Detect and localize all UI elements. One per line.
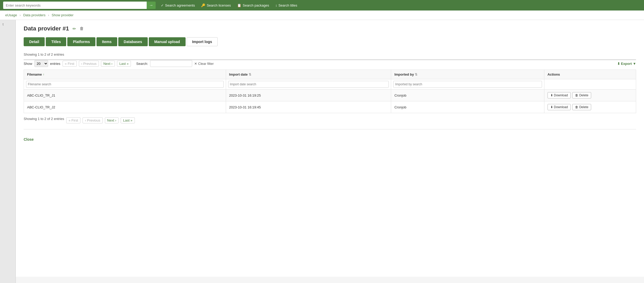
row1-delete-button[interactable]: 🗑 Delete <box>572 92 591 98</box>
bottom-prev-button[interactable]: ‹ Previous <box>83 117 103 123</box>
search-titles-link[interactable]: ↕ Search titles <box>275 3 297 7</box>
row2-action-btns: ⬇ Download 🗑 Delete <box>548 104 633 110</box>
edit-provider-button[interactable]: ✏ <box>71 26 77 32</box>
row2-import-date: 2023-10-31 16:19:45 <box>226 101 391 113</box>
import-date-search-cell <box>226 79 391 90</box>
tab-import-logs[interactable]: Import logs <box>187 37 218 46</box>
row2-download-button[interactable]: ⬇ Download <box>548 104 571 110</box>
imported-by-search-input[interactable] <box>393 81 542 88</box>
breadcrumb-sep-1: › <box>19 13 21 17</box>
actions-search-cell <box>544 79 636 90</box>
content-area: Data provider #1 ✏ 🗑 Detail Titles Platf… <box>16 20 644 283</box>
col-header-import-date[interactable]: Import date <box>226 70 391 79</box>
bottom-first-button[interactable]: « First <box>66 117 80 123</box>
row2-delete-button[interactable]: 🗑 Delete <box>572 104 591 110</box>
tab-navigation: Detail Titles Platforms Items Databases … <box>24 37 636 46</box>
col-header-actions: Actions <box>544 70 636 79</box>
prev-page-button[interactable]: ‹ Previous <box>79 61 99 67</box>
main-content: Data provider #1 ✏ 🗑 Detail Titles Platf… <box>16 20 644 277</box>
licenses-icon: 🔑 <box>201 3 205 7</box>
page-title-row: Data provider #1 ✏ 🗑 <box>24 25 636 32</box>
show-entries-select[interactable]: 10 20 50 100 <box>34 60 48 67</box>
import-logs-table: Filename Import date Imported by Actions <box>24 70 636 113</box>
row1-import-date: 2023-10-31 16:19:25 <box>226 90 391 101</box>
bottom-controls: Showing 1 to 2 of 2 entries « First ‹ Pr… <box>24 117 636 124</box>
search-agreements-link[interactable]: ✓ Search agreements <box>161 3 195 7</box>
global-search-input[interactable] <box>3 2 147 9</box>
tab-databases[interactable]: Databases <box>118 37 148 46</box>
agreements-icon: ✓ <box>161 3 164 7</box>
search-label: Search: <box>136 62 148 66</box>
global-search-button[interactable]: → <box>147 2 156 9</box>
showing-text-bottom: Showing 1 to 2 of 2 entries <box>24 117 64 121</box>
breadcrumb-data-providers[interactable]: Data providers <box>23 13 45 17</box>
title-icons: ✏ 🗑 <box>71 26 85 32</box>
entries-label: entries <box>50 62 60 66</box>
table-row: ABC-CLIO_TR_J1 2023-10-31 16:19:25 Cronj… <box>24 90 636 101</box>
top-bar: → ✓ Search agreements 🔑 Search licenses … <box>0 0 644 11</box>
breadcrumb-sep-2: › <box>48 13 49 17</box>
row1-download-button[interactable]: ⬇ Download <box>548 92 571 98</box>
row1-action-btns: ⬇ Download 🗑 Delete <box>548 92 633 98</box>
top-bar-links: ✓ Search agreements 🔑 Search licenses 📋 … <box>161 3 297 7</box>
sidebar: t <box>0 20 16 283</box>
row2-imported-by: Cronjob <box>391 101 544 113</box>
row2-actions: ⬇ Download 🗑 Delete <box>544 101 636 113</box>
tab-detail[interactable]: Detail <box>24 37 45 46</box>
divider-bottom <box>24 129 636 129</box>
row1-filename: ABC-CLIO_TR_J1 <box>24 90 226 101</box>
bottom-last-button[interactable]: Last » <box>121 117 135 123</box>
col-header-filename[interactable]: Filename <box>24 70 226 79</box>
next-page-button[interactable]: Next › <box>101 61 115 67</box>
export-button[interactable]: ⬇ Export ▼ <box>617 62 636 66</box>
breadcrumb-eusage[interactable]: eUsage <box>5 13 17 17</box>
table-header-row: Filename Import date Imported by Actions <box>24 70 636 79</box>
table-controls: Show 10 20 50 100 entries « First ‹ Prev… <box>24 60 636 67</box>
tab-items[interactable]: Items <box>96 37 117 46</box>
last-page-button[interactable]: Last » <box>117 61 131 67</box>
close-link[interactable]: Close <box>24 135 34 144</box>
delete-provider-button[interactable]: 🗑 <box>79 26 85 32</box>
col-header-imported-by[interactable]: Imported by <box>391 70 544 79</box>
packages-icon: 📋 <box>237 3 241 7</box>
search-licenses-link[interactable]: 🔑 Search licenses <box>201 3 231 7</box>
tab-platforms[interactable]: Platforms <box>67 37 95 46</box>
table-search-input[interactable] <box>150 60 192 67</box>
show-label: Show <box>24 62 32 66</box>
row1-imported-by: Cronjob <box>391 90 544 101</box>
sidebar-label: t <box>0 20 16 29</box>
import-date-search-input[interactable] <box>228 81 389 88</box>
imported-by-search-cell <box>391 79 544 90</box>
table-search-row <box>24 79 636 90</box>
breadcrumb: eUsage › Data providers › Show provider <box>0 11 644 20</box>
page-title: Data provider #1 <box>24 25 69 32</box>
filename-search-cell <box>24 79 226 90</box>
tab-manual-upload[interactable]: Manual upload <box>149 37 186 46</box>
filename-search-input[interactable] <box>26 81 224 88</box>
layout: t Data provider #1 ✏ 🗑 Detail Titles Pla… <box>0 20 644 283</box>
breadcrumb-show-provider[interactable]: Show provider <box>52 13 74 17</box>
showing-text-top: Showing 1 to 2 of 2 entries <box>24 53 636 56</box>
clear-filter-button[interactable]: ✕ Clear filter <box>194 62 214 66</box>
tab-titles[interactable]: Titles <box>46 37 66 46</box>
search-packages-link[interactable]: 📋 Search packages <box>237 3 269 7</box>
titles-icon: ↕ <box>275 3 277 7</box>
bottom-next-button[interactable]: Next › <box>105 117 119 123</box>
table-row: ABC-CLIO_TR_J2 2023-10-31 16:19:45 Cronj… <box>24 101 636 113</box>
row1-actions: ⬇ Download 🗑 Delete <box>544 90 636 101</box>
row2-filename: ABC-CLIO_TR_J2 <box>24 101 226 113</box>
first-page-button[interactable]: « First <box>63 61 77 67</box>
global-search: → <box>3 2 156 9</box>
